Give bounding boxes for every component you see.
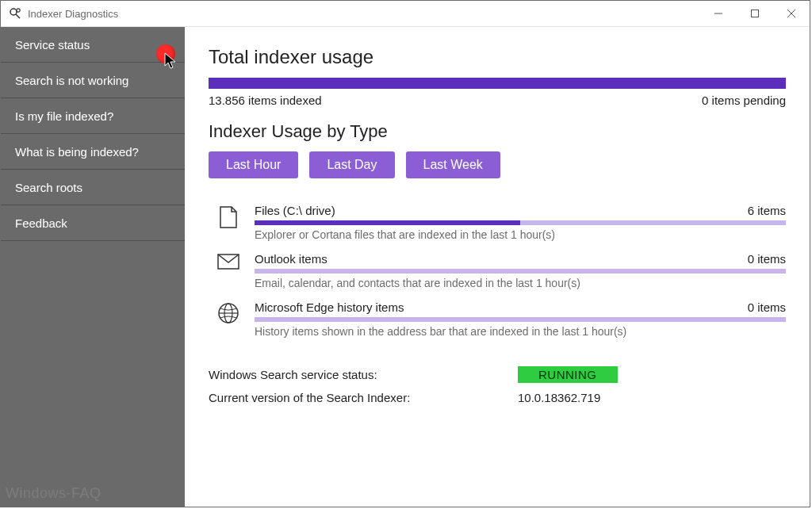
type-description: History items shown in the address bar t… (255, 325, 786, 338)
minimize-button[interactable] (700, 1, 737, 26)
app-window: Indexer Diagnostics Service status Searc… (0, 0, 810, 507)
tab-last-hour[interactable]: Last Hour (209, 151, 298, 178)
titlebar: Indexer Diagnostics (1, 1, 810, 27)
app-icon (9, 7, 21, 20)
sidebar-item-label: Search roots (15, 181, 82, 194)
sidebar-item-service-status[interactable]: Service status (1, 27, 185, 63)
sidebar-item-label: Search is not working (15, 74, 128, 87)
total-usage-stats: 13.856 items indexed 0 items pending (209, 94, 786, 107)
sidebar-item-feedback[interactable]: Feedback (1, 205, 185, 241)
type-progress-bar (255, 317, 786, 322)
sidebar-item-label: Service status (15, 38, 90, 52)
svg-line-1 (16, 14, 20, 18)
sidebar-item-what-indexed[interactable]: What is being indexed? (1, 134, 185, 170)
type-description: Explorer or Cortana files that are index… (255, 228, 786, 241)
usage-type-list: Files (C:\ drive) 6 items Explorer or Co… (209, 199, 786, 344)
maximize-button[interactable] (737, 1, 773, 26)
tab-last-week[interactable]: Last Week (406, 151, 500, 178)
type-name: Microsoft Edge history items (255, 300, 404, 314)
indexer-version-value: 10.0.18362.719 (518, 391, 600, 404)
sidebar-item-search-roots[interactable]: Search roots (1, 170, 185, 205)
type-progress-fill (255, 220, 520, 225)
window-controls (700, 1, 810, 26)
watermark: Windows-FAQ (6, 485, 102, 502)
type-count: 0 items (748, 300, 786, 314)
svg-point-2 (17, 9, 20, 12)
status-block: Windows Search service status: RUNNING C… (209, 366, 786, 412)
mail-icon (216, 254, 240, 277)
indexer-version-label: Current version of the Search Indexer: (209, 391, 518, 404)
type-count: 6 items (748, 204, 786, 217)
sidebar-item-label: Is my file indexed? (15, 109, 113, 123)
type-name: Outlook items (255, 252, 327, 266)
service-status-label: Windows Search service status: (209, 368, 518, 381)
type-row-outlook: Outlook items 0 items Email, calendar, a… (209, 247, 786, 296)
type-name: Files (C:\ drive) (255, 204, 335, 217)
type-row-edge-history: Microsoft Edge history items 0 items His… (209, 296, 786, 344)
type-description: Email, calendar, and contacts that are i… (255, 277, 786, 289)
body: Service status Search is not working Is … (1, 27, 810, 507)
type-progress-bar (255, 269, 786, 274)
service-status-badge: RUNNING (518, 366, 618, 383)
time-range-tabs: Last Hour Last Day Last Week (209, 151, 786, 178)
file-icon (216, 205, 240, 229)
total-usage-bar (209, 78, 786, 89)
sidebar-item-search-not-working[interactable]: Search is not working (1, 63, 185, 98)
type-count: 0 items (748, 252, 786, 266)
svg-point-0 (10, 9, 17, 15)
sidebar-item-is-file-indexed[interactable]: Is my file indexed? (1, 98, 185, 134)
type-row-files: Files (C:\ drive) 6 items Explorer or Co… (209, 199, 786, 247)
sidebar: Service status Search is not working Is … (1, 27, 185, 507)
sidebar-item-label: Feedback (15, 216, 67, 230)
close-button[interactable] (773, 1, 810, 26)
total-indexed-count: 13.856 items indexed (209, 94, 322, 107)
tab-last-day[interactable]: Last Day (309, 151, 394, 178)
usage-by-type-title: Indexer Usage by Type (209, 121, 786, 142)
type-progress-bar (255, 220, 786, 225)
window-title: Indexer Diagnostics (28, 8, 700, 20)
svg-rect-4 (752, 10, 759, 17)
total-pending-count: 0 items pending (702, 94, 786, 107)
content-pane: Total indexer usage 13.856 items indexed… (185, 27, 810, 507)
sidebar-item-label: What is being indexed? (15, 145, 139, 159)
globe-icon (216, 302, 240, 326)
total-usage-title: Total indexer usage (209, 46, 786, 68)
